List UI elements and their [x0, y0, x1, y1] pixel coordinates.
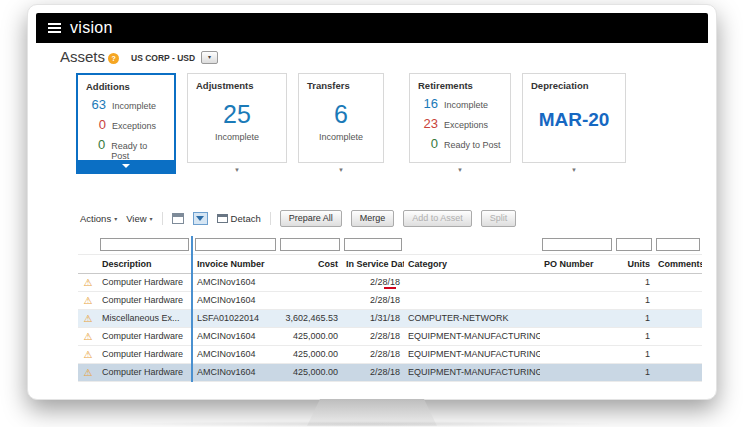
tile-title: Adjustments [196, 80, 278, 91]
infotile-depreciation-card[interactable]: Depreciation MAR-20 [522, 73, 626, 163]
table-row[interactable]: ⚠ Computer Hardware AMCINov1604 425,000.… [78, 327, 702, 345]
tile-title: Retirements [418, 80, 502, 91]
table-row[interactable]: ⚠ Computer Hardware AMCINov1604 425,000.… [78, 363, 702, 381]
big-label: Incomplete [307, 132, 375, 142]
cell-description: Computer Hardware [98, 291, 192, 309]
add-to-asset-button[interactable]: Add to Asset [403, 210, 472, 227]
help-icon[interactable]: ? [108, 53, 119, 64]
stat-row: 63 Incomplete [86, 97, 166, 112]
stat-row: 0 Ready to Post [86, 137, 166, 161]
retirements-incomplete-count: 16 [418, 96, 438, 111]
table-row[interactable]: ⚠ Miscellaneous Ex... LSFA01022014 3,602… [78, 309, 702, 327]
column-header-comments[interactable]: Comments [654, 254, 702, 273]
filter-invoice-number-input[interactable] [195, 238, 276, 251]
detach-icon [217, 214, 228, 223]
cell-category [404, 273, 540, 291]
asset-book-dropdown[interactable]: ▾ [201, 51, 218, 64]
column-header-description[interactable]: Description [98, 254, 192, 273]
cell-comments [654, 273, 702, 291]
merge-button[interactable]: Merge [351, 210, 395, 227]
cell-in-service-date: 2/28/18 [342, 273, 404, 291]
stat-row: 23 Exceptions [418, 116, 502, 131]
toolbar-separator [270, 212, 271, 225]
tile-collapse-caret[interactable]: ▼ [234, 167, 240, 175]
screen: vision Assets ? US CORP - USD ▾ Addition… [36, 13, 708, 391]
cell-in-service-date: 2/28/18 [342, 291, 404, 309]
cell-description: Computer Hardware [98, 345, 192, 363]
asset-table-body: ⚠ Computer Hardware AMCINov1604 2/28/18 … [78, 273, 702, 381]
cell-category [404, 291, 540, 309]
filter-units-input[interactable] [616, 238, 652, 251]
cell-description: Miscellaneous Ex... [98, 309, 192, 327]
retirements-ready-count: 0 [418, 136, 438, 151]
tile-collapse-caret[interactable]: ▼ [571, 167, 577, 175]
infotile-adjustments-card[interactable]: Adjustments 25 Incomplete [187, 73, 287, 163]
infotile-retirements-card[interactable]: Retirements 16 Incomplete 23 Exceptions … [409, 73, 511, 163]
column-header-in-service-date[interactable]: In Service Date [342, 254, 404, 273]
detach-label: Detach [231, 213, 261, 224]
cell-po-number [540, 345, 614, 363]
retirements-exceptions-count: 23 [418, 116, 438, 131]
row-warning-icon: ⚠ [78, 273, 98, 291]
infotile-additions-card[interactable]: Additions 63 Incomplete 0 Exceptions 0 R… [76, 73, 176, 174]
cell-comments [654, 309, 702, 327]
cell-po-number [540, 309, 614, 327]
cell-invoice-number: AMCINov1604 [192, 345, 278, 363]
table-row[interactable]: ⚠ Computer Hardware AMCINov1604 2/28/18 … [78, 273, 702, 291]
filter-in-service-date-input[interactable] [344, 238, 402, 251]
cell-comments [654, 291, 702, 309]
stat-label: Incomplete [444, 100, 488, 110]
additions-incomplete-count: 63 [86, 97, 106, 112]
cell-units: 1 [614, 309, 654, 327]
app-header: vision [36, 13, 708, 43]
column-header-units[interactable]: Units [614, 254, 654, 273]
selected-tile-indicator [78, 160, 174, 172]
cell-in-service-date: 2/28/18 [342, 363, 404, 381]
query-by-example-icon[interactable] [193, 212, 208, 225]
caret-down-icon [122, 164, 130, 168]
row-warning-icon: ⚠ [78, 291, 98, 309]
tile-collapse-caret[interactable]: ▼ [338, 167, 344, 175]
cell-invoice-number: AMCINov1604 [192, 327, 278, 345]
infotile-transfers-card[interactable]: Transfers 6 Incomplete [298, 73, 384, 163]
cell-description: Computer Hardware [98, 273, 192, 291]
cell-po-number [540, 327, 614, 345]
floor-shadow [120, 421, 620, 427]
view-menu[interactable]: View ▾ [126, 213, 152, 224]
cell-invoice-number: AMCINov1604 [192, 363, 278, 381]
column-header-status [78, 254, 98, 273]
caret-down-icon: ▾ [150, 215, 153, 222]
toolbar-separator [162, 212, 163, 225]
freeze-columns-icon[interactable] [172, 213, 184, 224]
cell-in-service-date: 2/28/18 [342, 327, 404, 345]
row-warning-icon: ⚠ [78, 345, 98, 363]
prepare-all-button[interactable]: Prepare All [280, 210, 342, 227]
split-button[interactable]: Split [481, 210, 517, 227]
cell-category: EQUIPMENT-MANUFACTURING [404, 363, 540, 381]
filter-cost-input[interactable] [280, 238, 340, 251]
column-header-cost[interactable]: Cost [278, 254, 342, 273]
tile-collapse-caret[interactable]: ▼ [457, 167, 463, 175]
table-row[interactable]: ⚠ Computer Hardware AMCINov1604 2/28/18 … [78, 291, 702, 309]
cell-cost [278, 273, 342, 291]
view-menu-label: View [126, 213, 146, 224]
column-header-invoice-number[interactable]: Invoice Number [192, 254, 278, 273]
cell-invoice-number: AMCINov1604 [192, 291, 278, 309]
column-header-category[interactable]: Category [404, 254, 540, 273]
table-row[interactable]: ⚠ Computer Hardware AMCINov1604 425,000.… [78, 345, 702, 363]
detach-control[interactable]: Detach [217, 213, 261, 224]
filter-po-number-input[interactable] [542, 238, 612, 251]
actions-menu[interactable]: Actions ▾ [80, 213, 117, 224]
filter-row [78, 236, 702, 254]
filter-comments-input[interactable] [656, 238, 700, 251]
app-brand: vision [70, 19, 113, 37]
cell-units: 1 [614, 363, 654, 381]
infotile-bar: Additions 63 Incomplete 0 Exceptions 0 R… [36, 69, 708, 186]
additions-exceptions-count: 0 [86, 117, 106, 132]
hamburger-menu-icon[interactable] [48, 23, 61, 33]
filter-description-input[interactable] [100, 238, 189, 251]
stat-label: Incomplete [112, 101, 156, 111]
column-header-po-number[interactable]: PO Number [540, 254, 614, 273]
row-warning-icon: ⚠ [78, 363, 98, 381]
transfers-incomplete-count: 6 [307, 100, 375, 129]
